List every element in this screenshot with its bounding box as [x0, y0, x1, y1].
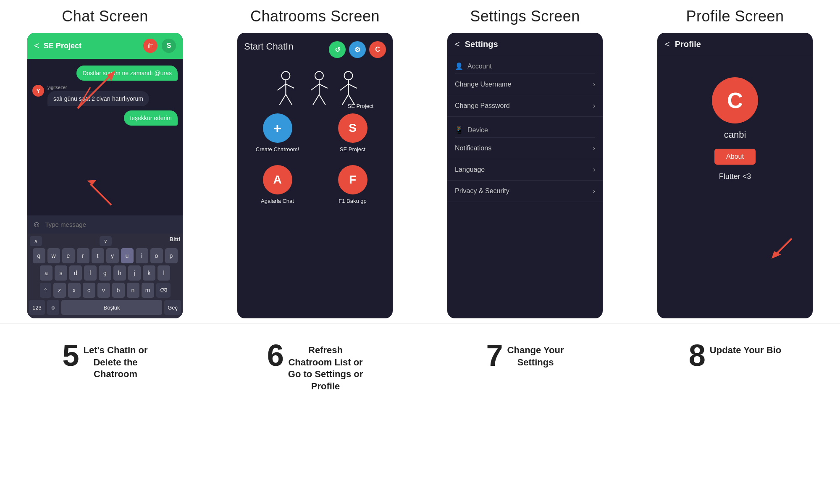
change-password-item[interactable]: Change Password ›	[447, 95, 603, 117]
message-avatar: Y	[32, 85, 44, 97]
key-l[interactable]: l	[158, 265, 170, 281]
keyboard-done[interactable]: Bitti	[170, 236, 180, 246]
settings-screen: < Settings 👤 Account Change Username › C…	[447, 33, 603, 318]
chatroom-item-agalar[interactable]: A Agalarla Chat	[244, 165, 311, 204]
chat-delete-button[interactable]: 🗑	[143, 39, 158, 53]
key-g[interactable]: g	[99, 265, 111, 281]
key-emoji-kb[interactable]: ☺	[47, 300, 59, 315]
key-n[interactable]: n	[127, 283, 139, 298]
chat-title: SE Project	[44, 42, 139, 50]
profile-back-button[interactable]: <	[665, 39, 670, 49]
notifications-item[interactable]: Notifications ›	[447, 138, 603, 159]
message-col: yigitsezer salı günü saat 2 civarı hatır…	[47, 85, 149, 106]
profile-icon-btn[interactable]: C	[369, 41, 386, 58]
key-d[interactable]: d	[69, 265, 82, 281]
refresh-icon: ↺	[335, 46, 340, 54]
create-chatroom-label: Create Chatroom!	[256, 146, 299, 152]
chat-input-row: ☺	[27, 215, 183, 234]
settings-back-button[interactable]: <	[455, 39, 460, 49]
key-o[interactable]: o	[150, 248, 163, 263]
chat-screen-label: Chat Screen	[0, 8, 210, 25]
settings-phone-body: < Settings 👤 Account Change Username › C…	[447, 33, 603, 318]
key-v[interactable]: v	[97, 283, 110, 298]
keyboard-row-3: ⇧ z x c v b n m ⌫	[29, 283, 181, 298]
chatroom-item-se[interactable]: S SE Project	[319, 113, 386, 152]
key-b[interactable]: b	[112, 283, 125, 298]
change-username-item[interactable]: Change Username ›	[447, 74, 603, 95]
key-r[interactable]: r	[77, 248, 89, 263]
key-x[interactable]: x	[68, 283, 81, 298]
chatroom-item-f1[interactable]: F F1 Baku gp	[319, 165, 386, 204]
about-button[interactable]: About	[714, 149, 756, 165]
language-item[interactable]: Language ›	[447, 159, 603, 181]
bottom-item-5: 5 Let's ChatIn orDelete theChatroom	[0, 336, 210, 396]
privacy-security-item[interactable]: Privacy & Security ›	[447, 181, 603, 202]
settings-icon-btn[interactable]: ⚙	[349, 41, 366, 58]
key-j[interactable]: j	[128, 265, 141, 281]
notifications-chevron: ›	[593, 144, 595, 152]
settings-screen-container: < Settings 👤 Account Change Username › C…	[420, 29, 630, 323]
svg-line-18	[340, 84, 349, 90]
svg-line-15	[319, 94, 326, 105]
emoji-icon[interactable]: ☺	[32, 220, 41, 229]
change-password-label: Change Password	[455, 102, 510, 110]
message-bubble-left: salı günü saat 2 civarı hatırlıyorum	[47, 91, 149, 106]
screens-row: < SE Project 🗑 S Dostlar sunum ne zamand…	[0, 29, 840, 323]
step-text-5: Let's ChatIn orDelete theChatroom	[83, 340, 147, 381]
key-s[interactable]: s	[55, 265, 67, 281]
key-i[interactable]: i	[136, 248, 148, 263]
svg-point-10	[315, 71, 323, 80]
bottom-item-7: 7 Change YourSettings	[420, 336, 630, 396]
chatrooms-header: Start ChatIn	[244, 41, 293, 52]
refresh-icon-btn[interactable]: ↺	[329, 41, 346, 58]
chat-back-button[interactable]: <	[34, 40, 39, 51]
svg-line-12	[311, 84, 319, 90]
key-shift[interactable]: ⇧	[40, 283, 51, 298]
svg-line-6	[278, 84, 286, 90]
key-z[interactable]: z	[53, 283, 66, 298]
key-f[interactable]: f	[84, 265, 97, 281]
key-a[interactable]: a	[40, 265, 52, 281]
key-p[interactable]: p	[165, 248, 178, 263]
key-123[interactable]: 123	[29, 300, 45, 315]
chat-screen-container: < SE Project 🗑 S Dostlar sunum ne zamand…	[0, 29, 210, 323]
se-project-label: SE Project	[348, 103, 373, 109]
key-w[interactable]: w	[47, 248, 60, 263]
chat-messages: Dostlar sunum ne zamandı @uras Y yigitse…	[27, 59, 183, 215]
step-number-7: 7	[486, 340, 503, 370]
screen-labels-row: Chat Screen Chatrooms Screen Settings Sc…	[0, 0, 840, 29]
device-section-header: 📱 Device	[447, 120, 603, 137]
key-backspace[interactable]: ⌫	[156, 283, 171, 298]
account-section-header: 👤 Account	[447, 56, 603, 74]
step-number-5: 5	[62, 340, 79, 370]
key-k[interactable]: k	[143, 265, 155, 281]
stick-figures-area: SE Project	[244, 67, 386, 109]
key-c[interactable]: c	[83, 283, 95, 298]
svg-line-8	[280, 94, 286, 105]
device-label: Device	[467, 126, 488, 134]
key-q[interactable]: q	[33, 248, 45, 263]
step-text-8: Update Your Bio	[710, 340, 781, 357]
svg-line-9	[286, 94, 292, 105]
key-t[interactable]: t	[92, 248, 104, 263]
key-y[interactable]: y	[106, 248, 119, 263]
key-e[interactable]: e	[62, 248, 75, 263]
svg-line-7	[286, 84, 294, 88]
key-space[interactable]: Boşluk	[61, 300, 162, 315]
step-text-6: RefreshChatroom List orGo to Settings or…	[288, 340, 363, 392]
f1-name: F1 Baku gp	[339, 198, 367, 204]
key-h[interactable]: h	[113, 265, 126, 281]
keyboard-arrow-down[interactable]: ∨	[100, 236, 112, 246]
chatroom-item-create[interactable]: + Create Chatroom!	[244, 113, 311, 152]
trash-icon: 🗑	[147, 42, 154, 50]
chat-input[interactable]	[45, 221, 178, 228]
profile-screen-container: < Profile C canbi About Flutter <3	[630, 29, 840, 323]
keyboard-bottom-row: 123 ☺ Boşluk Geç	[29, 300, 181, 315]
bottom-item-6: 6 RefreshChatroom List orGo to Settings …	[210, 336, 420, 396]
key-m[interactable]: m	[142, 283, 154, 298]
profile-bio: Flutter <3	[719, 172, 751, 181]
chat-phone-body: < SE Project 🗑 S Dostlar sunum ne zamand…	[27, 33, 183, 318]
key-u[interactable]: u	[121, 248, 134, 263]
key-go[interactable]: Geç	[164, 300, 181, 315]
keyboard-arrow-up[interactable]: ∧	[30, 236, 42, 246]
